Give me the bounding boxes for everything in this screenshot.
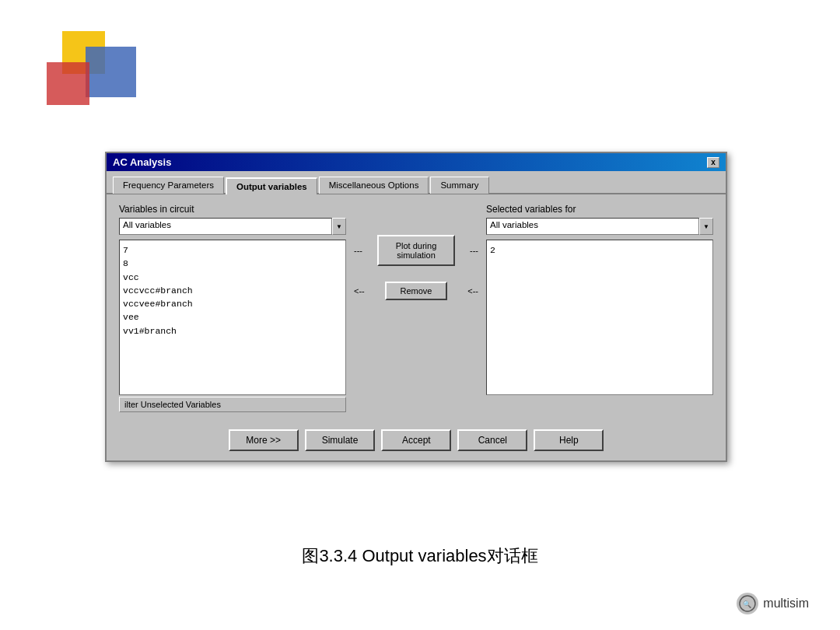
remove-right-arrow: <-- [467, 286, 478, 296]
variables-listbox[interactable]: 7 8 vcc vccvcc#branch vccvee#branch vee … [119, 240, 346, 395]
help-button[interactable]: Help [534, 429, 604, 451]
tabs-container: Frequency Parameters Output variables Mi… [107, 171, 726, 194]
tab-miscellaneous-options[interactable]: Miscellaneous Options [319, 177, 429, 194]
more-button[interactable]: More >> [229, 429, 299, 451]
main-columns: Variables in circuit All variables ▼ 7 8… [119, 204, 713, 412]
plot-right-arrow: --- [470, 246, 478, 255]
right-dropdown-button[interactable]: ▼ [699, 218, 713, 235]
left-panel: Variables in circuit All variables ▼ 7 8… [119, 204, 346, 412]
filter-unselected-button[interactable]: ilter Unselected Variables [119, 397, 346, 412]
multisim-icon-svg: 🔍 [739, 595, 756, 612]
title-bar: AC Analysis x [107, 153, 726, 171]
plot-during-simulation-button[interactable]: Plot during simulation [377, 235, 455, 266]
list-item: 8 [123, 257, 342, 270]
middle-panel: --- Plot during simulation --- <-- Remov… [354, 204, 478, 300]
svg-text:🔍: 🔍 [743, 600, 752, 609]
remove-left-arrow: <-- [354, 286, 365, 296]
figure-caption: 图3.3.4 Output variables对话框 [0, 544, 840, 568]
left-dropdown[interactable]: All variables [119, 218, 332, 235]
ac-analysis-dialog: AC Analysis x Frequency Parameters Outpu… [105, 152, 727, 462]
logo-blue-square [86, 47, 136, 97]
list-item: vv1#branch [123, 324, 342, 338]
right-dropdown[interactable]: All variables [486, 218, 699, 235]
selected-variables-listbox[interactable]: 2 [486, 240, 713, 395]
plot-left-arrow: --- [354, 246, 362, 255]
multisim-text: multisim [763, 597, 809, 611]
list-item: vccvee#branch [123, 297, 342, 310]
background-logo [47, 31, 140, 109]
tab-summary[interactable]: Summary [430, 177, 488, 194]
right-panel: Selected variables for All variables ▼ 2 [486, 204, 713, 395]
left-dropdown-button[interactable]: ▼ [332, 218, 346, 235]
dialog-content: Variables in circuit All variables ▼ 7 8… [107, 194, 726, 422]
accept-button[interactable]: Accept [381, 429, 451, 451]
close-button[interactable]: x [707, 157, 719, 168]
dialog-title: AC Analysis [113, 156, 171, 168]
remove-button[interactable]: Remove [385, 282, 447, 300]
multisim-logo: 🔍 multisim [737, 593, 809, 614]
list-item: vccvcc#branch [123, 284, 342, 297]
remove-arrow-row: <-- Remove <-- [354, 282, 478, 300]
cancel-button[interactable]: Cancel [457, 429, 527, 451]
selected-list-item: 2 [490, 243, 709, 257]
list-item: vee [123, 310, 342, 324]
tab-output-variables[interactable]: Output variables [226, 177, 317, 194]
list-item: 7 [123, 243, 342, 257]
left-panel-label: Variables in circuit [119, 204, 346, 215]
right-panel-label: Selected variables for [486, 204, 713, 215]
multisim-icon: 🔍 [737, 593, 758, 614]
logo-red-square [47, 62, 89, 105]
right-dropdown-wrapper: All variables ▼ [486, 218, 713, 235]
list-item: vcc [123, 271, 342, 284]
plot-arrow-row: --- Plot during simulation --- [354, 235, 478, 266]
bottom-bar: More >> Simulate Accept Cancel Help [107, 422, 726, 460]
tab-frequency-parameters[interactable]: Frequency Parameters [113, 177, 224, 194]
simulate-button[interactable]: Simulate [305, 429, 376, 451]
left-dropdown-wrapper: All variables ▼ [119, 218, 346, 235]
